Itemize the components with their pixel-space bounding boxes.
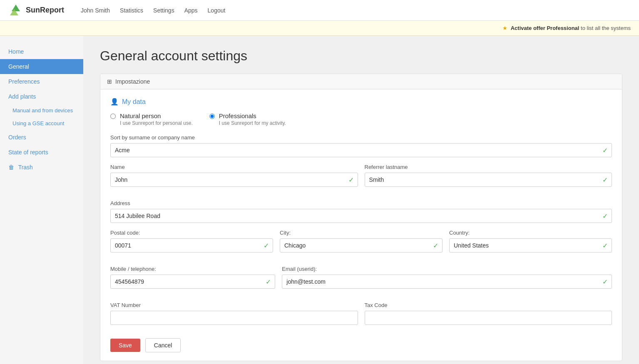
cancel-button[interactable]: Cancel: [145, 338, 181, 352]
sidebar-item-orders[interactable]: Orders: [0, 130, 83, 145]
sidebar-item-general[interactable]: General: [0, 59, 83, 74]
nav-john-smith[interactable]: John Smith: [81, 7, 110, 14]
radio-natural-option: Natural person I use Sunreport for perso…: [110, 112, 193, 126]
sort-label: Sort by surname or company name: [110, 134, 612, 141]
name-row: Name ✓ Referrer lastname ✓: [110, 164, 612, 193]
address-label: Address: [110, 200, 612, 206]
postal-input-wrap: ✓: [110, 238, 273, 253]
name-col: Name ✓: [110, 164, 358, 193]
country-input[interactable]: [449, 238, 612, 253]
location-row: Postal code: ✓ City: ✓: [110, 230, 612, 259]
sidebar-item-preferences[interactable]: Preferences: [0, 74, 83, 89]
sort-check-icon: ✓: [602, 146, 608, 154]
postal-label: Postal code:: [110, 230, 273, 236]
banner-bold: Activate offer Professional: [511, 25, 579, 31]
taxcode-input-wrap: [365, 311, 612, 325]
lastname-input-wrap: ✓: [365, 173, 612, 187]
city-col: City: ✓: [280, 230, 443, 259]
nav-apps[interactable]: Apps: [184, 7, 198, 14]
country-check-icon: ✓: [602, 242, 608, 250]
radio-group: Natural person I use Sunreport for perso…: [110, 112, 612, 126]
sidebar-item-home[interactable]: Home: [0, 44, 83, 59]
email-label: Email (userid):: [282, 266, 612, 272]
nav-settings[interactable]: Settings: [153, 7, 174, 14]
vat-input-wrap: [110, 311, 358, 325]
vat-input[interactable]: [110, 311, 358, 325]
save-button[interactable]: Save: [110, 339, 140, 352]
radio-professional[interactable]: [209, 114, 215, 119]
lastname-label: Referrer lastname: [365, 164, 612, 170]
country-group: Country: ✓: [449, 230, 612, 253]
settings-card: ⊞ Impostazione 👤 My data Natural person …: [100, 74, 622, 361]
star-icon: ★: [502, 25, 507, 31]
country-input-wrap: ✓: [449, 238, 612, 253]
tax-row: VAT Number Tax Code: [110, 302, 612, 332]
mobile-label: Mobile / telephone:: [110, 266, 275, 272]
sort-input[interactable]: [110, 143, 612, 157]
vat-col: VAT Number: [110, 302, 358, 332]
page-title: General account settings: [100, 48, 622, 64]
logo-icon: [8, 3, 23, 18]
email-input[interactable]: [282, 275, 612, 289]
taxcode-input[interactable]: [365, 311, 612, 325]
radio-natural-label: Natural person: [120, 112, 193, 119]
email-group: Email (userid): ✓: [282, 266, 612, 289]
sidebar-item-manual-devices[interactable]: Manual and from devices: [0, 104, 83, 117]
address-check-icon: ✓: [602, 212, 608, 220]
sort-field-group: Sort by surname or company name ✓: [110, 134, 612, 157]
city-group: City: ✓: [280, 230, 443, 253]
form-buttons: Save Cancel: [110, 338, 612, 352]
mobile-input[interactable]: [110, 275, 275, 289]
lastname-group: Referrer lastname ✓: [365, 164, 612, 187]
email-col: Email (userid): ✓: [282, 266, 612, 295]
taxcode-col: Tax Code: [365, 302, 612, 332]
country-col: Country: ✓: [449, 230, 612, 259]
radio-natural-desc: I use Sunreport for personal use.: [120, 120, 193, 126]
nav-logout[interactable]: Logout: [208, 7, 226, 14]
main-nav: John Smith Statistics Settings Apps Logo…: [81, 7, 225, 14]
name-input[interactable]: [110, 173, 358, 187]
sidebar: Home General Preferences Add plants Manu…: [0, 36, 83, 364]
logo[interactable]: SunReport: [8, 3, 64, 18]
radio-natural[interactable]: [110, 114, 116, 119]
contact-row: Mobile / telephone: ✓ Email (userid):: [110, 266, 612, 295]
section-title: 👤 My data: [110, 98, 612, 106]
email-check-icon: ✓: [602, 278, 608, 286]
promo-banner[interactable]: ★ Activate offer Professional to list al…: [0, 21, 639, 36]
nav-statistics[interactable]: Statistics: [120, 7, 143, 14]
vat-label: VAT Number: [110, 302, 358, 308]
mobile-input-wrap: ✓: [110, 275, 275, 289]
name-label: Name: [110, 164, 358, 170]
sidebar-item-gse-account[interactable]: Using a GSE account: [0, 117, 83, 130]
card-header-label: Impostazione: [115, 78, 150, 85]
mobile-col: Mobile / telephone: ✓: [110, 266, 275, 295]
radio-professional-option: Professionals I use Sunreport for my act…: [209, 112, 286, 126]
lastname-check-icon: ✓: [602, 176, 608, 184]
vat-group: VAT Number: [110, 302, 358, 325]
sidebar-item-state-reports[interactable]: State of reports: [0, 145, 83, 160]
sort-input-wrap: ✓: [110, 143, 612, 157]
card-body: 👤 My data Natural person I use Sunreport…: [100, 89, 622, 361]
radio-professional-desc: I use Sunreport for my activity.: [219, 120, 286, 126]
sidebar-item-add-plants[interactable]: Add plants: [0, 89, 83, 104]
postal-col: Postal code: ✓: [110, 230, 273, 259]
email-input-wrap: ✓: [282, 275, 612, 289]
name-group: Name ✓: [110, 164, 358, 187]
banner-text: to list all the systems: [581, 25, 631, 31]
address-input-wrap: ✓: [110, 209, 612, 223]
header: SunReport John Smith Statistics Settings…: [0, 0, 639, 21]
radio-professional-label: Professionals: [219, 112, 286, 119]
city-input[interactable]: [280, 238, 443, 253]
address-group: Address ✓: [110, 200, 612, 223]
mobile-check-icon: ✓: [266, 278, 271, 286]
user-icon: 👤: [110, 98, 119, 106]
city-check-icon: ✓: [433, 242, 438, 250]
main-content: General account settings ⊞ Impostazione …: [83, 36, 639, 364]
lastname-input[interactable]: [365, 173, 612, 187]
sidebar-item-trash[interactable]: 🗑 Trash: [0, 160, 83, 175]
address-input[interactable]: [110, 209, 612, 223]
postal-group: Postal code: ✓: [110, 230, 273, 253]
logo-text: SunReport: [26, 6, 64, 15]
postal-input[interactable]: [110, 238, 273, 253]
card-header: ⊞ Impostazione: [100, 74, 622, 89]
